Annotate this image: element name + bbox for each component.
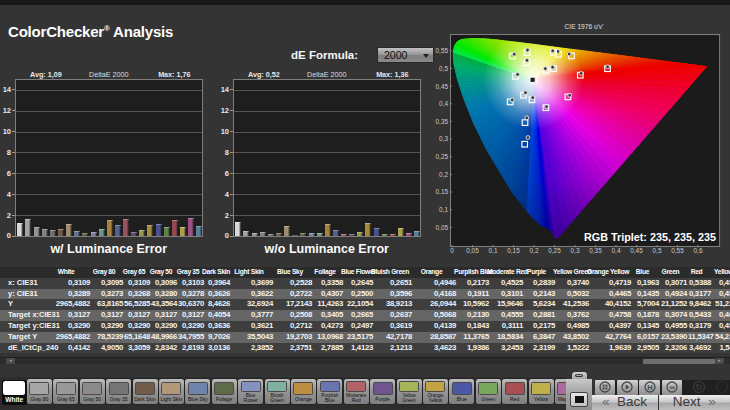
svg-text:0,15: 0,15 — [436, 188, 449, 195]
svg-text:0,35: 0,35 — [436, 118, 449, 125]
svg-text:0,2: 0,2 — [530, 247, 539, 254]
svg-text:↻: ↻ — [695, 382, 702, 392]
svg-text:0,2: 0,2 — [439, 171, 448, 178]
svg-text:0,25: 0,25 — [548, 247, 561, 254]
svg-text:0,4: 0,4 — [439, 100, 448, 107]
svg-text:∞: ∞ — [669, 383, 675, 392]
svg-text:0: 0 — [450, 247, 454, 254]
svg-text:0,1: 0,1 — [439, 206, 448, 213]
svg-text:0,45: 0,45 — [630, 247, 643, 254]
svg-text:0,5: 0,5 — [653, 247, 662, 254]
svg-text:0,6: 0,6 — [694, 247, 703, 254]
svg-text:RGB Triplet: 235, 235, 235: RGB Triplet: 235, 235, 235 — [584, 231, 716, 243]
svg-text:0,35: 0,35 — [589, 247, 602, 254]
svg-text:0,1: 0,1 — [489, 247, 498, 254]
svg-text:0,05: 0,05 — [436, 224, 449, 231]
svg-text:0,45: 0,45 — [436, 83, 449, 90]
svg-text:CIE 1976 u'v': CIE 1976 u'v' — [565, 23, 604, 30]
svg-text:0,3: 0,3 — [439, 135, 448, 142]
svg-text:0,4: 0,4 — [612, 247, 621, 254]
svg-text:0,55: 0,55 — [436, 47, 449, 54]
svg-text:0,55: 0,55 — [671, 247, 684, 254]
svg-text:0,15: 0,15 — [507, 247, 520, 254]
svg-text:0,05: 0,05 — [466, 247, 479, 254]
svg-text:0,3: 0,3 — [571, 247, 580, 254]
svg-text:0,5: 0,5 — [439, 65, 448, 72]
svg-text:0,25: 0,25 — [436, 153, 449, 160]
svg-text:H: H — [647, 383, 652, 392]
